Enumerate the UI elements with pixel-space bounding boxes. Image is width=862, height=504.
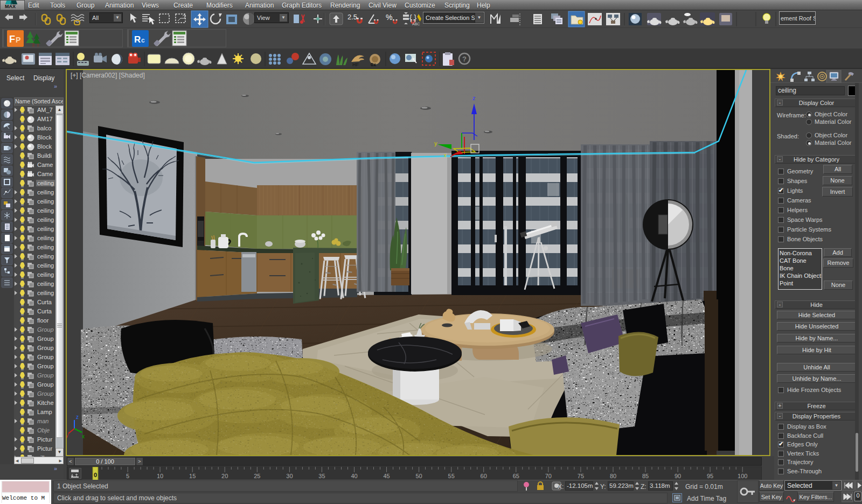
svg-text:95: 95 [707, 473, 713, 479]
svg-text:2.5: 2.5 [347, 13, 357, 21]
svg-text:R: R [134, 34, 141, 45]
svg-text:x: x [444, 152, 447, 158]
svg-text:60: 60 [481, 473, 487, 479]
svg-text:10: 10 [157, 473, 163, 479]
svg-text:65: 65 [513, 473, 519, 479]
svg-text:100: 100 [738, 473, 747, 479]
svg-text:c: c [141, 37, 145, 44]
svg-text:y: y [67, 432, 68, 438]
svg-text:15: 15 [189, 473, 196, 479]
svg-text:50: 50 [415, 473, 422, 479]
svg-text:%: % [386, 13, 392, 22]
svg-text:P: P [16, 36, 20, 44]
svg-text:F: F [9, 34, 15, 45]
svg-text:z: z [472, 95, 476, 101]
svg-text:75: 75 [578, 473, 584, 479]
svg-text:0: 0 [94, 472, 97, 478]
svg-text:55: 55 [448, 473, 455, 479]
svg-text:0x: 0x [371, 62, 376, 67]
svg-text:20: 20 [221, 473, 228, 479]
svg-text:ABC: ABC [412, 22, 420, 26]
svg-text:{ }: { } [409, 13, 417, 22]
svg-text:HF: HF [352, 62, 359, 67]
svg-text:y: y [434, 140, 437, 146]
svg-text:5: 5 [126, 473, 129, 479]
svg-text:?: ? [462, 55, 467, 63]
svg-text:80: 80 [610, 473, 616, 479]
svg-text:30: 30 [286, 473, 293, 479]
svg-text:85: 85 [642, 473, 649, 479]
svg-text:35: 35 [318, 473, 325, 479]
svg-text:25: 25 [254, 473, 260, 479]
svg-text:70: 70 [545, 473, 552, 479]
svg-text:45: 45 [383, 473, 390, 479]
svg-text:x: x [82, 433, 85, 439]
svg-text:90: 90 [675, 473, 681, 479]
svg-text:40: 40 [351, 473, 357, 479]
svg-text:z: z [76, 414, 79, 420]
